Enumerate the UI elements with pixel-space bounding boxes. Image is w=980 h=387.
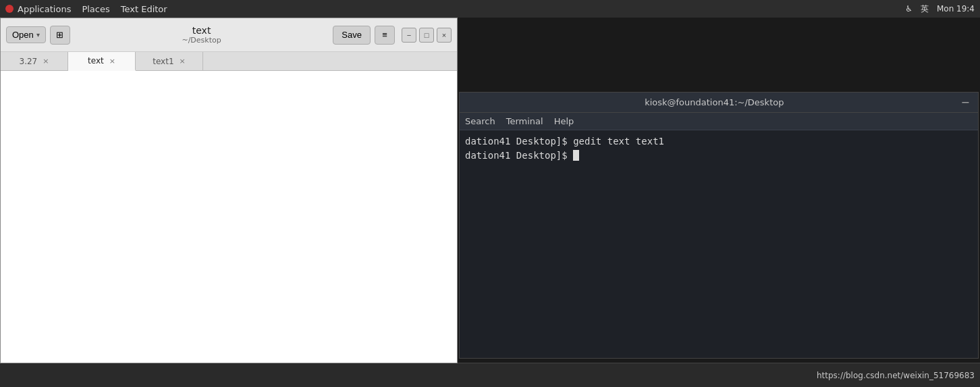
terminal-content: dation41 Desktop]$ gedit text text1 dati… (460, 130, 978, 358)
applications-menu[interactable]: Applications (5, 4, 71, 14)
tab-close-icon[interactable]: × (180, 57, 186, 66)
editor-content[interactable] (1, 71, 457, 363)
clock: Mon 19:4 (937, 4, 975, 14)
footer-url: https://blog.csdn.net/weixin_51769683 (817, 371, 975, 380)
system-bar-right: ♿ 英 Mon 19:4 (905, 3, 975, 15)
window-title-area: text ~/Desktop (74, 25, 329, 45)
chevron-down-icon: ▾ (36, 31, 40, 38)
terminal-menu-terminal[interactable]: Terminal (506, 116, 543, 126)
terminal-titlebar: kiosk@foundation41:~/Desktop − (460, 93, 978, 113)
tab-close-icon[interactable]: × (109, 57, 115, 66)
tab-bar: 3.27 × text × text1 × (1, 52, 457, 71)
open-button[interactable]: Open ▾ (6, 26, 46, 43)
window-title: text (192, 25, 211, 36)
tab-label: 3.27 (20, 57, 38, 66)
minimize-button[interactable]: − (402, 28, 416, 43)
app-icon (5, 5, 13, 13)
screenshot-icon: ⊞ (56, 30, 63, 40)
terminal-menubar: Search Terminal Help (460, 113, 978, 130)
terminal-line-1: dation41 Desktop]$ gedit text text1 (465, 134, 973, 149)
terminal-menu-search[interactable]: Search (465, 116, 495, 126)
save-button[interactable]: Save (333, 26, 371, 45)
terminal-minimize-button[interactable]: − (961, 96, 970, 109)
terminal-line-2: dation41 Desktop]$ (465, 149, 973, 163)
terminal-title: kiosk@foundation41:~/Desktop (468, 97, 961, 107)
text-editor-label[interactable]: Text Editor (121, 4, 167, 14)
terminal-menu-help[interactable]: Help (554, 116, 574, 126)
hamburger-icon: ≡ (382, 30, 387, 40)
maximize-button[interactable]: □ (419, 28, 434, 43)
tab-text[interactable]: text × (68, 52, 136, 71)
tab-327[interactable]: 3.27 × (1, 52, 68, 70)
cursor (573, 150, 579, 161)
gedit-window: Open ▾ ⊞ text ~/Desktop Save ≡ − □ × (0, 18, 458, 363)
accessibility-icon: ♿ (905, 4, 913, 14)
tab-close-icon[interactable]: × (43, 57, 49, 66)
tab-label: text1 (153, 57, 173, 66)
open-label: Open (12, 30, 34, 40)
desktop: Open ▾ ⊞ text ~/Desktop Save ≡ − □ × (0, 18, 980, 387)
places-label[interactable]: Places (82, 4, 109, 14)
tab-label: text (88, 56, 104, 66)
system-bar: Applications Places Text Editor ♿ 英 Mon … (0, 0, 980, 18)
screenshot-button[interactable]: ⊞ (50, 26, 70, 45)
system-bar-left: Applications Places Text Editor (5, 4, 167, 14)
window-path: ~/Desktop (182, 36, 221, 45)
terminal-window: kiosk@foundation41:~/Desktop − Search Te… (459, 92, 979, 359)
tab-text1[interactable]: text1 × (136, 52, 203, 70)
close-button[interactable]: × (437, 28, 452, 43)
language-indicator: 英 (921, 3, 929, 15)
taskbar: https://blog.csdn.net/weixin_51769683 (0, 363, 980, 387)
applications-label: Applications (18, 4, 71, 14)
menu-button[interactable]: ≡ (375, 26, 395, 45)
window-controls: − □ × (402, 28, 452, 43)
gedit-titlebar: Open ▾ ⊞ text ~/Desktop Save ≡ − □ × (1, 18, 457, 52)
